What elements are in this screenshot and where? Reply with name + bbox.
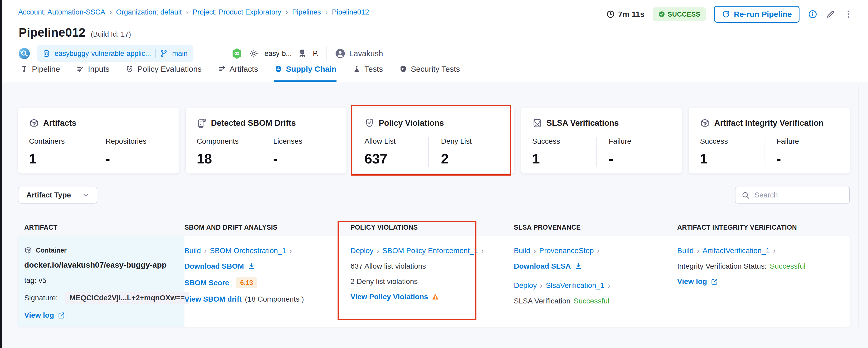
kebab-menu-icon[interactable] [844,9,853,19]
deny-list-violations: 2 Deny list violations [350,277,418,286]
col-header-integrity: ARTIFACT INTEGRITY VERIFICATION [677,224,850,231]
slsa-stage1-link[interactable]: Build [514,246,530,255]
rerun-label: Re-run Pipeline [734,10,792,19]
breadcrumb: Account: Automation-SSCA › Organization:… [18,8,369,16]
slsa-step2-link[interactable]: SlsaVerification_1 [546,281,604,290]
stat-containers: Containers 1 [29,137,93,167]
breadcrumb-organization[interactable]: Organization: default [116,8,182,16]
tab-label: Pipeline [32,65,60,74]
artifact-cell: Container docker.io/lavakush07/easy-bugg… [18,236,184,327]
trigger-info: easy-b... P. [231,48,319,60]
slsa-stage2-link[interactable]: Deploy [514,281,537,290]
artifact-type-label: Artifact Type [26,191,71,199]
breadcrumb-account[interactable]: Account: Automation-SSCA [18,8,105,16]
sbom-stage-link[interactable]: Build [184,246,201,255]
tab-security-tests[interactable]: Security Tests [399,65,460,82]
signature-value: MEQCICde2Vjl...L+2+mqnOXw== [65,292,189,304]
stat-slsa-failure: Failure - [596,137,671,167]
chevron-down-icon [82,191,90,199]
repository-icon [42,50,50,57]
triggered-by-user: Lavakush [335,48,383,59]
info-icon[interactable] [808,9,817,19]
tab-pipeline[interactable]: Pipeline [20,65,60,82]
stat-integrity-success: Success 1 [700,137,764,167]
cube-icon [700,118,710,128]
col-header-slsa: SLSA PROVENANCE [514,224,677,231]
download-slsa-link[interactable]: Download SLSA [514,262,582,270]
page-header: Account: Automation-SSCA › Organization:… [2,0,868,82]
tab-tests[interactable]: Tests [353,65,383,82]
stage-icon [298,49,307,58]
vertical-divider [327,46,327,61]
avatar-icon [335,48,345,59]
tab-supply-chain[interactable]: Supply Chain [274,65,337,82]
integrity-status-value: Successful [770,262,805,270]
execution-tabs: Pipeline Inputs Policy Evaluations Artif… [20,65,460,82]
breadcrumb-pipeline[interactable]: Pipeline012 [332,8,369,16]
view-log-link[interactable]: View log [677,277,718,286]
card-artifact-integrity: Artifact Integrity Verification Success … [689,108,850,173]
sbom-score-badge: 6.13 [236,277,257,288]
edit-pencil-icon[interactable] [826,9,835,19]
search-box [735,187,850,204]
policy-stage-link[interactable]: Deploy [350,246,373,255]
stat-components: Components 18 [197,137,260,167]
tab-inputs[interactable]: Inputs [76,65,110,82]
stat-repositories: Repositories - [93,137,167,167]
tab-artifacts[interactable]: Artifacts [218,65,258,82]
chevron-right-icon: › [110,8,112,16]
chevron-right-icon: › [597,246,599,255]
chevron-right-icon: › [697,246,700,255]
cube-icon [24,246,32,254]
sbom-step-link[interactable]: SBOM Orchestration_1 [210,246,286,255]
external-link-icon [58,312,65,319]
sbom-score-link[interactable]: SBOM Score [184,279,229,287]
artifact-tag: tag: v5 [24,276,177,285]
policy-step-link[interactable]: SBOM Policy Enforcement_1 [382,246,478,255]
stat-deny-list: Deny List 2 [428,137,503,167]
card-sbom-drifts: Detected SBOM Drifts Components 18 Licen… [186,108,347,173]
view-policy-violations-link[interactable]: View Policy Violations [350,293,428,301]
repo-branch-chip[interactable]: easybuggy-vulnerable-applic... main [37,45,193,62]
view-sbom-drift-link[interactable]: View SBOM drift [184,295,242,303]
header-actions: 7m 11s SUCCESS Re-run Pipeline [606,6,853,23]
pipeline-icon [20,65,28,73]
policy-cell: Deploy › SBOM Policy Enforcement_1 › 637… [350,236,514,327]
chevron-right-icon: › [289,246,292,255]
breadcrumb-pipelines[interactable]: Pipelines [292,8,321,16]
download-icon [575,262,582,270]
download-sbom-link[interactable]: Download SBOM [184,262,256,270]
sbom-document-icon [197,118,207,128]
card-artifacts: Artifacts Containers 1 Repositories - [18,108,179,173]
download-icon [248,262,256,270]
chevron-right-icon: › [204,246,207,255]
card-slsa-verifications: SLSA Verifications Success 1 Failure - [521,108,682,173]
view-log-link[interactable]: View log [24,311,65,320]
supply-chain-page: Account: Automation-SSCA › Organization:… [0,0,868,348]
integrity-step-link[interactable]: ArtifactVerification_1 [703,246,770,255]
artifact-type-badge: Container [36,246,67,254]
artifact-type-select[interactable]: Artifact Type [18,187,97,204]
col-header-artifact: ARTIFACT [18,224,184,231]
slsa-step1-link[interactable]: ProvenanceStep [539,246,594,255]
tab-policy-evaluations[interactable]: Policy Evaluations [126,65,201,82]
status-text: SUCCESS [668,10,701,18]
card-policy-violations: Policy Violations Allow List 637 Deny Li… [353,108,515,173]
chevron-right-icon: › [377,246,379,255]
chevron-right-icon: › [325,8,328,16]
rerun-pipeline-button[interactable]: Re-run Pipeline [714,6,800,23]
breadcrumb-project[interactable]: Project: Product Exploratory [193,8,281,16]
integrity-stage-link[interactable]: Build [677,246,693,255]
slsa-cell: Build › ProvenanceStep › Download SLSA D… [514,236,677,327]
chevron-right-icon: › [481,246,484,255]
search-input[interactable] [754,191,850,200]
signature-label: Signature: [24,294,58,302]
summary-cards: Artifacts Containers 1 Repositories - De… [18,108,850,173]
user-name: Lavakush [349,49,383,58]
tab-label: Security Tests [411,65,460,74]
clock-icon [606,10,615,19]
slsa-verification-status: Successful [574,297,609,305]
card-title: Artifact Integrity Verification [714,118,824,128]
stat-licenses: Licenses - [260,137,336,167]
scrollbar-track [859,86,859,327]
